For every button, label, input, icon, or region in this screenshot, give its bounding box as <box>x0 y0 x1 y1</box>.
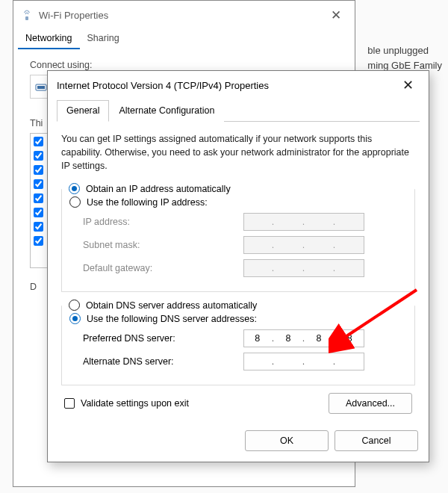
dns-group: Use the following DNS server addresses: … <box>61 306 415 385</box>
alternate-dns-field[interactable]: . . . <box>243 353 364 370</box>
list-item-checkbox[interactable] <box>34 179 43 189</box>
wifi-tabs: Networking Sharing <box>13 29 355 49</box>
tab-alternate-configuration[interactable]: Alternate Configuration <box>109 100 224 122</box>
cancel-button[interactable]: Cancel <box>335 430 418 451</box>
adapter-icon <box>35 81 47 92</box>
list-item-checkbox[interactable] <box>34 165 43 175</box>
subnet-mask-field: ... <box>243 236 364 254</box>
list-item-checkbox[interactable] <box>34 193 43 203</box>
svg-rect-2 <box>37 86 45 89</box>
tab-networking[interactable]: Networking <box>18 29 80 49</box>
list-item-checkbox[interactable] <box>34 151 43 161</box>
ipv4-titlebar: Internet Protocol Version 4 (TCP/IPv4) P… <box>48 71 429 99</box>
tab-sharing[interactable]: Sharing <box>80 29 127 49</box>
radio-label: Use the following IP address: <box>87 197 208 208</box>
preferred-dns-field[interactable]: 8. 8. 8. 8 <box>243 329 364 347</box>
ipv4-tabs: General Alternate Configuration <box>57 99 420 122</box>
radio-icon <box>69 196 81 208</box>
ip-address-field: ... <box>243 213 364 231</box>
wifi-icon <box>21 9 33 21</box>
radio-icon <box>69 313 81 324</box>
dialog-button-bar: OK Cancel <box>48 423 429 462</box>
svg-rect-0 <box>25 16 28 20</box>
radio-label: Use the following DNS server addresses: <box>87 314 257 324</box>
radio-use-dns[interactable]: Use the following DNS server addresses: <box>69 313 404 324</box>
ipv4-properties-dialog: Internet Protocol Version 4 (TCP/IPv4) P… <box>47 70 429 462</box>
list-item-checkbox[interactable] <box>34 236 43 246</box>
ipv4-title: Internet Protocol Version 4 (TCP/IPv4) P… <box>57 80 396 91</box>
ipv4-description: You can get IP settings assigned automat… <box>61 132 415 173</box>
connect-using-label: Connect using: <box>30 60 338 70</box>
wifi-titlebar: Wi-Fi Properties ✕ <box>13 1 355 29</box>
list-item-checkbox[interactable] <box>34 222 43 232</box>
close-icon[interactable]: ✕ <box>396 75 420 95</box>
preferred-dns-label: Preferred DNS server: <box>83 333 243 344</box>
alternate-dns-label: Alternate DNS server: <box>83 356 243 367</box>
ip-address-label: IP address: <box>83 217 243 227</box>
radio-use-ip[interactable]: Use the following IP address: <box>69 196 404 208</box>
checkbox-icon <box>64 398 75 409</box>
close-icon[interactable]: ✕ <box>325 6 347 25</box>
default-gateway-field: ... <box>243 259 364 277</box>
wifi-title: Wi-Fi Properties <box>39 10 325 21</box>
background-partial-text: ble unplugged ming GbE Family <box>367 43 442 72</box>
default-gateway-label: Default gateway: <box>83 263 243 273</box>
list-item-checkbox[interactable] <box>34 208 43 217</box>
subnet-mask-label: Subnet mask: <box>83 240 243 250</box>
advanced-button[interactable]: Advanced... <box>329 393 412 414</box>
validate-settings-checkbox[interactable]: Validate settings upon exit <box>64 398 189 409</box>
ok-button[interactable]: OK <box>245 430 329 451</box>
ip-address-group: Use the following IP address: IP address… <box>61 189 415 292</box>
checkbox-label: Validate settings upon exit <box>81 398 189 409</box>
list-item-checkbox[interactable] <box>34 137 43 146</box>
tab-general[interactable]: General <box>57 100 109 122</box>
